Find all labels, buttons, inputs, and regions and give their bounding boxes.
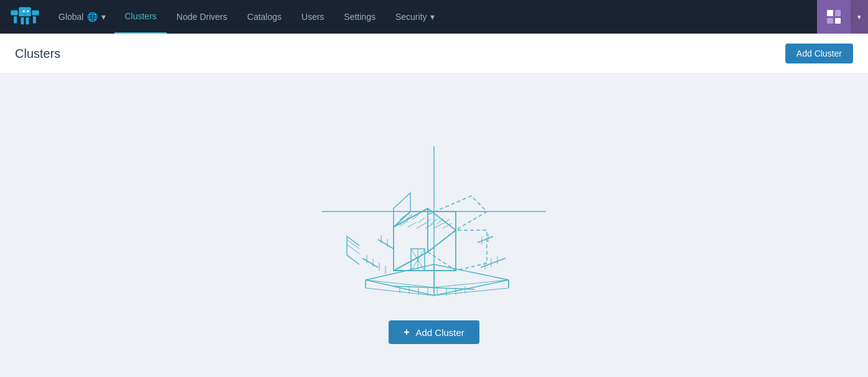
- add-cluster-button[interactable]: Add Cluster: [785, 44, 853, 63]
- nav-items: Global 🌐 ▾ Clusters Node Drivers Catalog…: [50, 0, 817, 34]
- nav-item-users[interactable]: Users: [292, 0, 335, 34]
- grid-icon: [827, 10, 841, 24]
- global-label: Global: [58, 12, 83, 22]
- navbar: Global 🌐 ▾ Clusters Node Drivers Catalog…: [0, 0, 868, 34]
- nav-item-node-drivers[interactable]: Node Drivers: [167, 0, 238, 34]
- nav-item-settings[interactable]: Settings: [334, 0, 386, 34]
- svg-point-8: [27, 10, 29, 12]
- svg-line-64: [478, 236, 493, 243]
- page-title: Clusters: [15, 47, 60, 61]
- rancher-logo: [9, 6, 40, 27]
- svg-line-61: [378, 240, 394, 249]
- svg-line-48: [481, 258, 506, 268]
- svg-rect-9: [24, 14, 27, 15]
- svg-rect-0: [11, 10, 17, 15]
- app-switcher-button[interactable]: [817, 0, 851, 34]
- svg-line-30: [434, 223, 443, 228]
- empty-state: + Add Cluster: [0, 74, 868, 377]
- app-switcher-chevron[interactable]: ▾: [851, 0, 868, 34]
- svg-line-43: [362, 258, 378, 268]
- svg-point-7: [23, 10, 25, 12]
- svg-rect-3: [14, 16, 17, 23]
- empty-add-cluster-button[interactable]: + Add Cluster: [389, 320, 479, 344]
- svg-marker-37: [428, 196, 487, 252]
- svg-rect-2: [32, 10, 39, 15]
- security-chevron-icon: ▾: [430, 12, 435, 22]
- chevron-down-icon: ▾: [857, 13, 861, 21]
- empty-add-cluster-label: Add Cluster: [415, 327, 464, 338]
- nav-item-clusters[interactable]: Clusters: [114, 0, 166, 34]
- page-header: Clusters Add Cluster: [0, 34, 868, 74]
- svg-line-13: [347, 244, 359, 254]
- svg-rect-4: [21, 17, 24, 24]
- svg-line-21: [418, 218, 425, 223]
- svg-line-29: [425, 223, 434, 228]
- svg-rect-5: [26, 17, 29, 24]
- plus-icon: +: [404, 327, 409, 338]
- svg-line-28: [417, 223, 425, 228]
- svg-line-27: [408, 222, 417, 227]
- nav-right: ▾: [817, 0, 868, 34]
- brand-logo-container[interactable]: [0, 0, 50, 34]
- clusters-illustration: [297, 128, 571, 302]
- nav-item-security[interactable]: Security ▾: [386, 0, 445, 34]
- globe-icon: 🌐: [87, 12, 98, 22]
- nav-item-catalogs[interactable]: Catalogs: [238, 0, 292, 34]
- global-selector[interactable]: Global 🌐 ▾: [50, 0, 114, 34]
- svg-rect-6: [33, 16, 36, 23]
- chevron-down-icon: ▾: [101, 12, 106, 22]
